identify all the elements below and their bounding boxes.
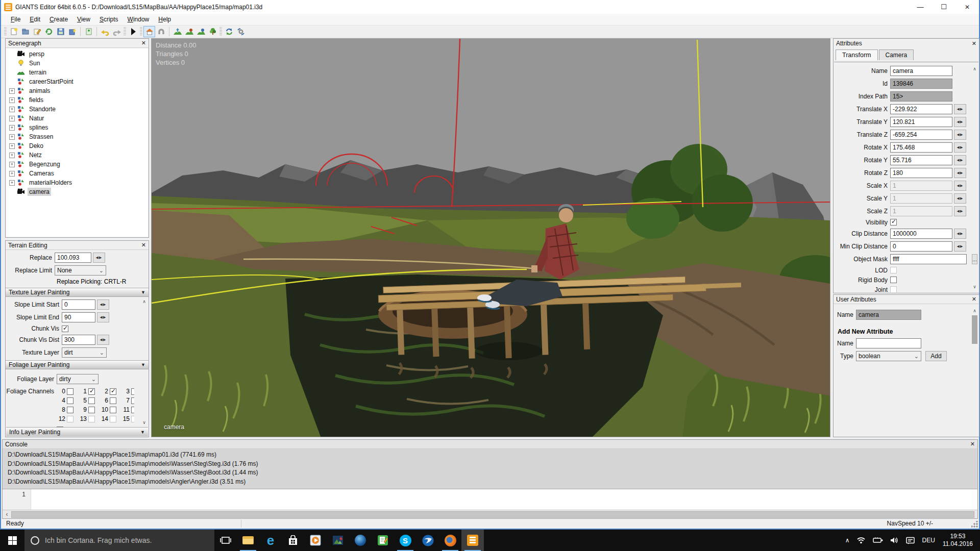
terrain-sculpt-icon[interactable]: [172, 26, 183, 37]
hscroll-thumb[interactable]: [11, 511, 974, 518]
translate-x-input[interactable]: [890, 104, 952, 114]
script-input-area[interactable]: [31, 489, 977, 510]
taskbar-giants-editor[interactable]: [461, 530, 484, 551]
scale-z-stepper[interactable]: [954, 206, 966, 216]
slope-limit-end-stepper[interactable]: [97, 312, 109, 322]
editor-settings-icon[interactable]: [235, 26, 247, 37]
action-center-icon[interactable]: [902, 530, 918, 551]
console-hscrollbar[interactable]: [3, 510, 977, 518]
clip-distance-stepper[interactable]: [954, 229, 966, 239]
taskbar-camera-app[interactable]: [349, 530, 372, 551]
cortana-search[interactable]: Ich bin Cortana. Frag mich etwas.: [24, 530, 214, 551]
tree-item-terrain[interactable]: terrain: [6, 68, 148, 77]
chunk-vis-dist-stepper[interactable]: [97, 335, 109, 345]
expand-icon[interactable]: [9, 125, 15, 131]
tree-item-sun[interactable]: Sun: [6, 59, 148, 68]
channel-7-checkbox[interactable]: [131, 397, 134, 404]
terrain-paint-icon[interactable]: [183, 26, 195, 37]
channel-2-checkbox[interactable]: [110, 388, 116, 395]
redo-icon[interactable]: [111, 26, 122, 37]
channel-10-checkbox[interactable]: [110, 407, 116, 413]
translate-z-stepper[interactable]: [954, 130, 966, 140]
viewport-3d[interactable]: Distance 0.00 Triangles 0 Vertices 0 cam…: [151, 38, 830, 437]
expand-icon[interactable]: [9, 134, 15, 140]
expand-icon[interactable]: [9, 153, 15, 158]
channel-3-checkbox[interactable]: [131, 388, 134, 395]
tree-item-camera[interactable]: camera: [6, 187, 148, 196]
expand-icon[interactable]: [9, 97, 15, 103]
min-clip-distance-input[interactable]: [890, 241, 952, 252]
translate-y-stepper[interactable]: [954, 117, 966, 127]
slope-limit-start-input[interactable]: [62, 299, 95, 310]
tray-expand-icon[interactable]: ∧: [842, 530, 853, 551]
channel-11-checkbox[interactable]: [131, 407, 134, 413]
close-icon[interactable]: [970, 441, 975, 447]
scroll-down-icon[interactable]: [141, 419, 148, 425]
scale-x-stepper[interactable]: [954, 181, 966, 191]
tree-item-deko[interactable]: Deko: [6, 141, 148, 151]
wifi-icon[interactable]: [853, 530, 869, 551]
scale-y-stepper[interactable]: [954, 193, 966, 204]
export-icon[interactable]: [66, 26, 78, 37]
tree-item-persp[interactable]: persp: [6, 49, 148, 59]
rotate-y-input[interactable]: [890, 155, 952, 165]
lod-checkbox[interactable]: [890, 267, 897, 273]
slope-limit-end-input[interactable]: [62, 312, 95, 322]
slope-limit-start-stepper[interactable]: [97, 299, 109, 310]
expand-icon[interactable]: [9, 171, 15, 177]
menu-edit[interactable]: Edit: [25, 15, 45, 24]
object-mask-input[interactable]: [890, 254, 967, 264]
add-attribute-button[interactable]: Add: [925, 351, 947, 361]
expand-icon[interactable]: [9, 180, 15, 186]
taskbar-thunderbird[interactable]: [416, 530, 439, 551]
close-icon[interactable]: [972, 41, 976, 46]
chunk-vis-dist-input[interactable]: [62, 335, 95, 345]
expand-icon[interactable]: [9, 88, 15, 94]
channel-5-checkbox[interactable]: [88, 397, 95, 404]
rotate-y-stepper[interactable]: [954, 155, 966, 165]
close-button[interactable]: ✕: [955, 0, 979, 14]
close-icon[interactable]: [141, 242, 146, 248]
scroll-left-icon[interactable]: [3, 510, 11, 518]
channel-9-checkbox[interactable]: [88, 407, 95, 413]
close-icon[interactable]: [972, 296, 976, 302]
tray-clock[interactable]: 19:53 11.04.2016: [939, 533, 977, 548]
joint-checkbox[interactable]: [890, 286, 897, 292]
save-icon[interactable]: [55, 26, 66, 37]
rotate-z-stepper[interactable]: [954, 168, 966, 178]
terrain-detail-icon[interactable]: [195, 26, 207, 37]
tree-item-animals[interactable]: animals: [6, 86, 148, 95]
resize-grip[interactable]: [971, 521, 978, 528]
object-mask-more-button[interactable]: ...: [972, 254, 977, 264]
channel-8-checkbox[interactable]: [67, 407, 74, 413]
scroll-up-icon[interactable]: [971, 65, 978, 72]
translate-y-input[interactable]: [890, 117, 952, 127]
tab-transform[interactable]: Transform: [836, 49, 878, 60]
menu-view[interactable]: View: [72, 15, 95, 24]
taskbar-media-player[interactable]: [304, 530, 327, 551]
info-layer-painting-section[interactable]: Info Layer Painting: [6, 427, 148, 436]
min-clip-distance-stepper[interactable]: [954, 241, 966, 252]
translate-x-stepper[interactable]: [954, 104, 966, 114]
visibility-checkbox[interactable]: [890, 219, 897, 226]
reload-assets-icon[interactable]: [223, 26, 235, 37]
taskbar-photos[interactable]: [327, 530, 349, 551]
import-asset-icon[interactable]: [83, 26, 94, 37]
expand-icon[interactable]: [9, 162, 15, 167]
chunk-vis-checkbox[interactable]: [62, 325, 68, 332]
replace-limit-dropdown[interactable]: None: [55, 265, 106, 276]
tree-item-begenzung[interactable]: Begenzung: [6, 160, 148, 169]
tree-item-fields[interactable]: fields: [6, 95, 148, 105]
menu-help[interactable]: Help: [154, 15, 176, 24]
tab-camera[interactable]: Camera: [879, 49, 914, 60]
attribute-type-dropdown[interactable]: boolean: [856, 351, 921, 361]
scroll-up-icon[interactable]: [141, 298, 148, 305]
rotate-z-input[interactable]: [890, 168, 952, 178]
magnet-snap-icon[interactable]: [155, 26, 167, 37]
tree-item-splines[interactable]: splines: [6, 123, 148, 132]
maximize-button[interactable]: ☐: [932, 0, 955, 14]
foliage-layer-dropdown[interactable]: dirty: [57, 374, 99, 384]
menu-file[interactable]: File: [6, 15, 25, 24]
channel-6-checkbox[interactable]: [110, 397, 116, 404]
open-file-icon[interactable]: [19, 26, 31, 37]
